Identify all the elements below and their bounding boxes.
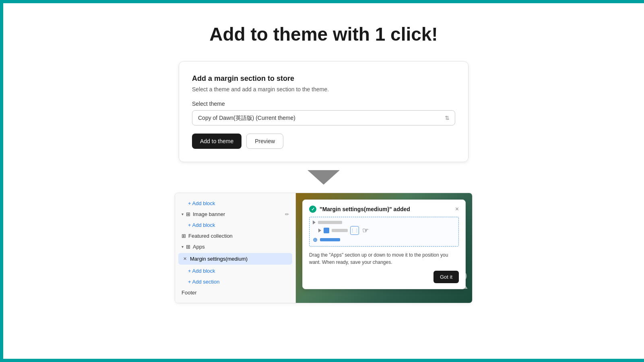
card-title: Add a margin section to store — [192, 74, 455, 83]
page-title: Add to theme with 1 click! — [209, 23, 438, 45]
featured-collection-label: Featured collection — [188, 233, 233, 239]
arrow-container — [308, 170, 340, 185]
preview-button[interactable]: Preview — [246, 134, 283, 149]
add-block-image-banner-link[interactable]: + Add block — [188, 222, 215, 228]
theme-select-wrapper: Copy of Dawn(英語版) (Current theme) — [192, 110, 455, 125]
edit-icon: ✏ — [285, 212, 289, 217]
image-banner-label: Image banner — [193, 211, 225, 217]
toast-header: ✓ "Margin settings(medium)" added × — [309, 206, 459, 213]
theme-editor-panel: + Add block ▾ ⊞ Image banner ✏ + Add blo… — [175, 193, 296, 303]
mini-diagram: ⋮⋮ ☞ ⊕ — [309, 217, 459, 247]
x-icon: ✕ — [183, 256, 187, 261]
theme-select[interactable]: Copy of Dawn(英語版) (Current theme) — [192, 110, 455, 125]
toast-title-text: "Margin settings(medium)" added — [320, 206, 410, 212]
mini-row-3: ⊕ — [313, 237, 455, 243]
add-block-top-link[interactable]: + Add block — [188, 200, 215, 206]
select-theme-label: Select theme — [192, 101, 455, 107]
featured-collection-header[interactable]: ⊞ Featured collection — [175, 230, 295, 241]
got-it-button[interactable]: Got it — [433, 271, 459, 283]
left-accent-bar — [0, 0, 3, 362]
top-accent-bar — [0, 0, 644, 3]
apps-grid-icon: ⊞ — [186, 244, 190, 250]
cursor-icon: ☞ — [362, 226, 369, 235]
toast-close-button[interactable]: × — [455, 206, 459, 213]
feat-grid-icon: ⊞ — [182, 233, 186, 239]
mini-row-1 — [313, 220, 455, 224]
apps-header[interactable]: ▾ ⊞ Apps — [175, 241, 295, 252]
success-toast: ✓ "Margin settings(medium)" added × — [302, 200, 466, 289]
preview-panel: UR ✓ "Margin settings(medium)" added × — [296, 193, 472, 303]
footer-header[interactable]: Footer — [175, 287, 295, 298]
down-arrow-icon — [308, 170, 340, 185]
mini-row-2: ⋮⋮ ☞ — [313, 226, 455, 235]
mini-blue-block-small — [324, 228, 329, 233]
toast-title: ✓ "Margin settings(medium)" added — [309, 206, 410, 213]
add-to-theme-button[interactable]: Add to theme — [192, 134, 242, 149]
apps-chevron-icon: ▾ — [182, 245, 184, 249]
add-block-top-item[interactable]: + Add block — [175, 198, 295, 209]
bottom-accent-bar — [0, 359, 644, 362]
margin-settings-item[interactable]: ✕ Margin settings(medium) — [178, 253, 292, 265]
toast-body-text: Drag the "Apps" section up or down to mo… — [309, 251, 459, 266]
main-content: Add to theme with 1 click! Add a margin … — [3, 3, 644, 359]
apps-label: Apps — [193, 244, 205, 250]
add-block-image-banner-item[interactable]: + Add block — [175, 220, 295, 230]
card-button-row: Add to theme Preview — [192, 134, 455, 149]
mini-gray-block-2 — [332, 229, 348, 232]
card-subtitle: Select a theme and add a margin section … — [192, 86, 455, 93]
mini-triangle-2 — [318, 228, 321, 232]
panel-grid-icon: ⊞ — [186, 211, 190, 217]
add-block-apps-link[interactable]: + Add block — [188, 268, 215, 274]
mini-gray-block-1 — [318, 221, 342, 224]
add-section-link[interactable]: + Add section — [188, 279, 219, 285]
chevron-icon: ▾ — [182, 212, 184, 216]
add-section-item[interactable]: + Add section — [175, 276, 295, 287]
mini-blue-bar — [320, 238, 340, 241]
footer-label: Footer — [182, 290, 197, 296]
add-block-apps-item[interactable]: + Add block — [175, 265, 295, 276]
add-to-theme-card: Add a margin section to store Select a t… — [179, 61, 469, 162]
plus-icon: ⊕ — [313, 237, 318, 243]
image-banner-header[interactable]: ▾ ⊞ Image banner ✏ — [175, 209, 295, 220]
drag-handle-icon[interactable]: ⋮⋮ — [350, 226, 359, 235]
lower-section: + Add block ▾ ⊞ Image banner ✏ + Add blo… — [175, 193, 473, 303]
margin-settings-label: Margin settings(medium) — [190, 256, 248, 262]
mini-triangle-icon — [313, 220, 316, 224]
check-icon: ✓ — [309, 206, 316, 213]
